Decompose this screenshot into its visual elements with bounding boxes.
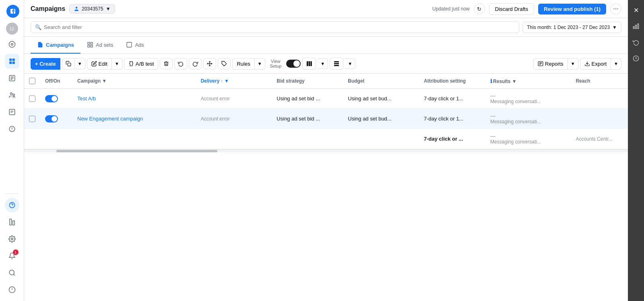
view-setup-label: ViewSetup (270, 59, 282, 69)
sidebar: U 1 (0, 0, 24, 301)
account-selector[interactable]: 20343575 ▼ (69, 4, 115, 14)
row1-toggle-cell (40, 89, 72, 109)
date-range-text: This month: 1 Dec 2023 - 27 Dec 2023 (527, 25, 610, 30)
ab-test-button[interactable]: A/B test (124, 58, 159, 70)
row1-campaign-link[interactable]: Test A/b (77, 95, 96, 102)
sidebar-item-campaigns[interactable] (5, 54, 19, 69)
rules-label: Rules (237, 61, 250, 67)
sidebar-item-library[interactable] (5, 215, 19, 229)
right-panel: ✕ (628, 0, 644, 301)
svg-rect-48 (633, 27, 634, 29)
row1-results-cell: — Messaging conversati... (485, 89, 571, 109)
row1-attribution-cell: 7-day click or 1... (419, 89, 485, 109)
move-button[interactable] (203, 58, 216, 69)
results-dropdown-icon[interactable]: ▼ (512, 79, 517, 84)
undo-panel-icon[interactable] (630, 36, 642, 48)
reports-dropdown-arrow[interactable]: ▼ (568, 58, 578, 70)
copy-dropdown-arrow[interactable]: ▼ (75, 58, 85, 69)
export-button[interactable]: Export (580, 58, 611, 70)
sidebar-item-content[interactable] (5, 105, 19, 119)
tab-ads-label: Ads (135, 42, 144, 48)
sidebar-item-notifications[interactable]: 1 (5, 249, 19, 263)
sidebar-item-pages[interactable] (5, 71, 19, 85)
close-button[interactable]: ✕ (630, 4, 642, 16)
account-name: 20343575 (82, 6, 103, 12)
row3-attribution-cell: 7-day click or ... (419, 129, 485, 149)
row2-checkbox[interactable] (29, 116, 35, 122)
account-dropdown-icon: ▼ (106, 6, 111, 12)
horizontal-scrollbar[interactable] (24, 149, 628, 152)
view-setup-button[interactable]: ViewSetup (267, 57, 285, 70)
row1-budget-cell: Using ad set bud... (343, 89, 419, 109)
table-row: 7-day click or ... — Messaging conversat… (24, 129, 628, 149)
row1-toggle[interactable] (45, 95, 58, 102)
tab-adsets[interactable]: Ad sets (80, 37, 120, 54)
select-all-checkbox[interactable] (29, 78, 35, 84)
sidebar-item-audience[interactable] (5, 88, 19, 102)
ab-test-label: A/B test (136, 61, 154, 67)
svg-rect-37 (311, 61, 312, 66)
tab-campaigns[interactable]: Campaigns (31, 37, 80, 54)
delete-button[interactable] (160, 58, 173, 69)
table-row: New Engagement campaign Account error Us… (24, 109, 628, 129)
column-layout-arrow[interactable]: ▼ (318, 58, 328, 69)
column-layout-button[interactable] (302, 58, 316, 70)
notification-badge: 1 (13, 249, 19, 255)
review-publish-button[interactable]: Review and publish (1) (538, 4, 606, 15)
sidebar-item-billing[interactable] (5, 122, 19, 136)
date-range-picker[interactable]: This month: 1 Dec 2023 - 27 Dec 2023 ▼ (522, 22, 621, 33)
refresh-button[interactable]: ↻ (474, 3, 485, 15)
rules-button[interactable]: Rules (232, 58, 254, 70)
search-input[interactable] (44, 24, 515, 30)
sidebar-item-overview[interactable] (5, 37, 19, 52)
clock-icon[interactable] (630, 52, 642, 64)
row2-toggle[interactable] (45, 115, 58, 122)
create-button[interactable]: + Create (31, 58, 60, 70)
th-campaign[interactable]: Campaign ▼ (72, 74, 196, 89)
edit-dropdown-arrow[interactable]: ▼ (112, 58, 122, 70)
row1-checkbox[interactable] (29, 95, 35, 102)
tab-ads[interactable]: Ads (120, 37, 150, 54)
tag-button[interactable] (218, 58, 231, 69)
copy-button[interactable] (62, 58, 75, 69)
discard-drafts-button[interactable]: Discard Drafts (489, 3, 534, 15)
row-layout-arrow[interactable]: ▼ (345, 58, 355, 69)
export-dropdown-arrow[interactable]: ▼ (611, 58, 621, 70)
redo-button[interactable] (189, 58, 202, 69)
row2-results-text: Messaging conversati... (490, 119, 566, 125)
th-results: ℹResults ▼ (485, 74, 571, 89)
more-options-button[interactable]: ··· (610, 3, 621, 15)
row1-bid-cell: Using ad set bid ... (272, 89, 343, 109)
tabs-bar: Campaigns Ad sets Ads (24, 37, 628, 54)
date-picker-chevron-icon: ▼ (612, 25, 617, 30)
row2-attribution-cell: 7-day click or 1... (419, 109, 485, 129)
sidebar-item-settings[interactable] (5, 232, 19, 246)
row2-delivery-status: Account error (201, 116, 230, 122)
sidebar-item-help[interactable] (5, 198, 19, 212)
chart-icon[interactable] (630, 20, 642, 32)
svg-rect-27 (91, 42, 93, 44)
row3-checkbox-cell (24, 129, 40, 149)
th-delivery[interactable]: Delivery ↑ ▼ (196, 74, 272, 89)
row-layout-button[interactable] (330, 58, 343, 70)
row2-toggle-knob (52, 116, 57, 122)
scrollbar-thumb[interactable] (56, 150, 217, 152)
sidebar-divider (6, 193, 18, 194)
th-budget: Budget (343, 74, 419, 89)
row2-campaign-link[interactable]: New Engagement campaign (77, 116, 143, 122)
row2-toggle-cell (40, 109, 72, 129)
view-toggle[interactable] (286, 60, 301, 68)
search-filter-wrapper[interactable]: 🔍 (31, 21, 519, 33)
edit-button[interactable]: Edit (87, 58, 112, 70)
svg-rect-38 (334, 61, 339, 62)
sidebar-item-debug[interactable] (5, 282, 19, 297)
export-label: Export (592, 61, 607, 67)
rules-dropdown-arrow[interactable]: ▼ (255, 58, 265, 70)
reports-button[interactable]: Reports (533, 58, 568, 70)
svg-rect-40 (334, 65, 339, 66)
row2-delivery-cell: Account error (196, 109, 272, 129)
user-avatar[interactable]: U (6, 23, 18, 35)
sidebar-item-search[interactable] (5, 266, 19, 280)
row2-budget-cell: Using ad set bud... (343, 109, 419, 129)
undo-button[interactable] (174, 58, 187, 69)
